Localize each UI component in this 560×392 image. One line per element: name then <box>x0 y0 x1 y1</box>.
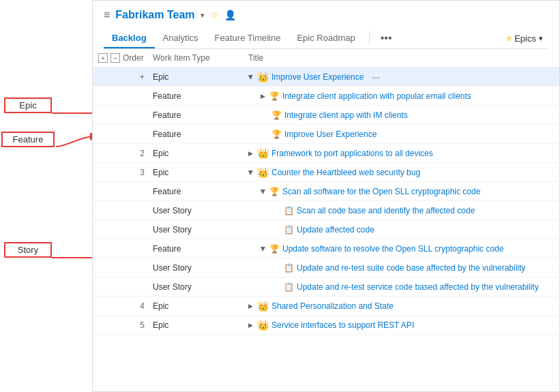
row-type: Feature <box>153 130 248 139</box>
type-cell-content: Feature <box>153 91 181 101</box>
feature-icon: 🏆 <box>269 244 280 254</box>
type-cell-content: User Story <box>153 225 192 235</box>
collapse-all-icon[interactable]: − <box>110 53 120 63</box>
type-cell-content: User Story <box>153 282 192 292</box>
row-title: ▶👑Service interfaces to support REST API <box>248 320 554 331</box>
collapse-arrow-icon[interactable]: ▶ <box>260 246 267 251</box>
title-text[interactable]: Update software to resolve the Open SLL … <box>282 244 503 254</box>
row-title: 🏆Improve User Experience <box>248 130 554 139</box>
table-row: User Story📋Update and re-test suite code… <box>93 258 559 277</box>
table-body: +Epic▶👑Improve User Experience···Feature… <box>93 67 559 335</box>
type-cell-content: Feature <box>153 187 181 196</box>
type-cell-content: User Story <box>153 206 192 215</box>
row-title: ▶👑Framework to port applications to all … <box>248 148 554 159</box>
feature-icon: 🏆 <box>269 91 280 101</box>
epic-icon: 👑 <box>257 167 269 178</box>
story-icon: 📋 <box>284 263 294 273</box>
work-item-type-label: Feature <box>153 130 181 139</box>
epic-annotation-arrow <box>52 110 98 117</box>
row-more-button[interactable]: ··· <box>369 72 383 82</box>
title-text[interactable]: Improve User Experience <box>284 130 377 139</box>
favorite-star-icon[interactable]: ☆ <box>210 10 219 20</box>
row-type: Feature <box>153 244 248 254</box>
row-title: ▶👑Counter the Heartbleed web security bu… <box>248 167 554 178</box>
row-type: Epic <box>153 72 248 82</box>
story-icon: 📋 <box>284 282 294 292</box>
collapse-arrow-icon[interactable]: ▶ <box>260 189 267 194</box>
work-item-type-label: Epic <box>153 320 168 330</box>
tab-backlog[interactable]: Backlog <box>104 29 155 48</box>
expand-all-icon[interactable]: + <box>98 53 108 63</box>
row-type: User Story <box>153 282 248 292</box>
collapse-arrow-icon[interactable]: ▶ <box>248 170 254 175</box>
add-item-button[interactable]: + <box>139 72 145 82</box>
table-row: Feature▶🏆Scan all software for the Open … <box>93 182 559 201</box>
people-icon[interactable]: 👤 <box>224 10 236 20</box>
type-cell-content: Feature <box>153 244 181 254</box>
tab-epic-roadmap[interactable]: Epic Roadmap <box>289 29 363 48</box>
title-text[interactable]: Update and re-test suite code base affec… <box>297 263 525 273</box>
epics-icon: ≡ <box>507 33 512 44</box>
table-row: Feature▶🏆Integrate client application wi… <box>93 87 559 106</box>
work-item-type-label: Epic <box>153 301 168 311</box>
epic-annotation-box: Epic <box>4 97 52 113</box>
team-dropdown-arrow[interactable]: ▾ <box>201 11 205 20</box>
work-item-type-label: Feature <box>153 187 181 196</box>
title-text[interactable]: Update and re-test service code based af… <box>297 282 539 292</box>
epics-button[interactable]: ≡ Epics ▾ <box>501 29 548 48</box>
feature-annotation-box: Feature <box>1 132 55 147</box>
tab-analytics[interactable]: Analytics <box>155 29 207 48</box>
expand-arrow-icon[interactable]: ▶ <box>261 93 265 100</box>
story-annotation-box: Story <box>4 242 52 258</box>
title-text[interactable]: Framework to port applications to all de… <box>271 149 433 158</box>
row-type: User Story <box>153 206 248 215</box>
row-type: Feature <box>153 91 248 101</box>
expand-arrow-icon[interactable]: ▶ <box>248 322 253 329</box>
table-row: User Story📋Scan all code base and identi… <box>93 201 559 220</box>
row-order: 2 <box>98 149 153 158</box>
row-title: ▶🏆Integrate client application with popu… <box>248 91 554 101</box>
collapse-arrow-icon[interactable]: ▶ <box>248 74 254 79</box>
row-title: ▶👑Improve User Experience··· <box>248 72 554 82</box>
title-text[interactable]: Scan all software for the Open SLL crypt… <box>282 187 480 196</box>
table-row: 5Epic▶👑Service interfaces to support RES… <box>93 316 559 335</box>
title-text[interactable]: Scan all code base and identify the affe… <box>297 206 475 215</box>
epic-icon: 👑 <box>257 148 269 159</box>
title-text[interactable]: Improve User Experience <box>271 72 364 82</box>
tab-feature-timeline[interactable]: Feature Timeline <box>207 29 289 48</box>
work-item-type-label: Feature <box>153 244 181 254</box>
expand-arrow-icon[interactable]: ▶ <box>248 303 253 310</box>
main-content: ≡ Fabrikam Team ▾ ☆ 👤 Backlog Analytics … <box>92 0 560 392</box>
team-name[interactable]: Fabrikam Team <box>115 9 194 21</box>
title-header: Title <box>248 53 554 63</box>
feature-icon: 🏆 <box>269 187 280 196</box>
row-title: 📋Update affected code <box>248 225 554 235</box>
work-item-type-label: User Story <box>153 225 192 235</box>
title-text[interactable]: Integrate client application with popula… <box>282 91 471 101</box>
nav-more-button[interactable]: ••• <box>375 28 398 48</box>
title-text[interactable]: Shared Personalization and State <box>271 301 394 311</box>
story-annotation-arrow <box>52 254 98 261</box>
work-item-type-label: Feature <box>153 91 181 101</box>
title-text[interactable]: Counter the Heartbleed web security bug <box>271 168 420 177</box>
backlog-list-icon: ≡ <box>104 9 110 21</box>
expand-arrow-icon[interactable]: ▶ <box>248 150 253 157</box>
type-cell-content: Feature <box>153 110 181 120</box>
title-text[interactable]: Integrate client app with IM clients <box>284 110 408 120</box>
row-type: Feature <box>153 187 248 196</box>
work-item-type-label: Epic <box>153 72 168 82</box>
work-item-type-label: Epic <box>153 168 168 177</box>
order-header: + − Order <box>98 53 153 63</box>
feature-icon: 🏆 <box>271 130 282 139</box>
table-row: Feature🏆Improve User Experience <box>93 125 559 144</box>
type-cell-content: Epic <box>153 149 168 158</box>
row-order: 5 <box>98 320 153 330</box>
title-text[interactable]: Service interfaces to support REST API <box>271 320 414 330</box>
row-title: ▶🏆Update software to resolve the Open SL… <box>248 244 554 254</box>
work-item-type-label: User Story <box>153 206 192 215</box>
type-cell-content: Epic <box>153 320 168 330</box>
row-title: 📋Update and re-test service code based a… <box>248 282 554 292</box>
nav-tabs: Backlog Analytics Feature Timeline Epic … <box>104 28 548 49</box>
title-text[interactable]: Update affected code <box>297 225 374 235</box>
row-type: User Story <box>153 225 248 235</box>
